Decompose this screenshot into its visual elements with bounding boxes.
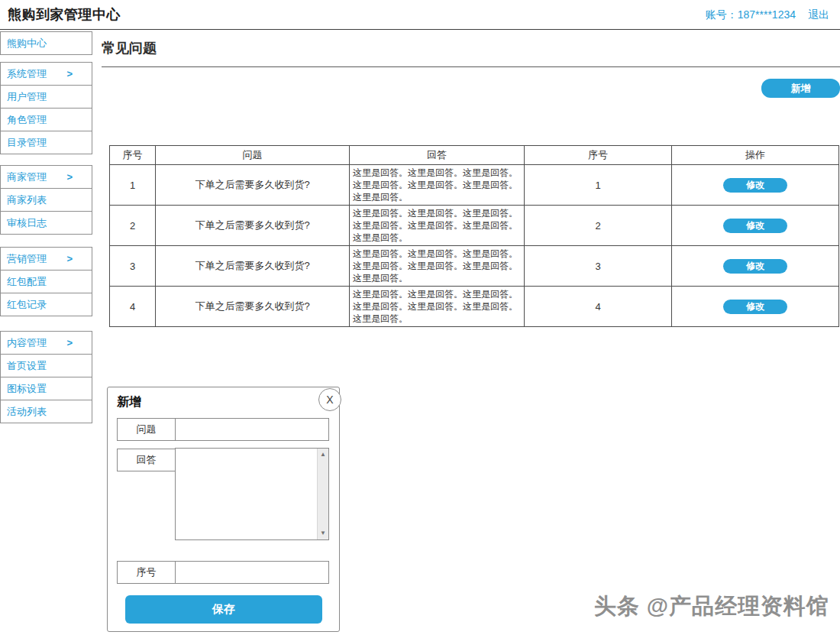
action-cell: 修改: [672, 246, 839, 287]
sidebar-item-center[interactable]: 熊购中心: [0, 31, 92, 55]
sidebar-item-merchant-mgmt[interactable]: 商家管理>: [0, 165, 92, 189]
sidebar-item-marketing-mgmt[interactable]: 营销管理>: [0, 247, 92, 271]
edit-button[interactable]: 修改: [723, 219, 787, 233]
edit-button[interactable]: 修改: [723, 259, 787, 274]
answer-cell: 这里是回答。这里是回答。这里是回答。这里是回答。这里是回答。这里是回答。这里是回…: [350, 246, 525, 287]
sidebar-item-system-mgmt[interactable]: 系统管理>: [0, 62, 92, 86]
app-title: 熊购到家管理中心: [8, 0, 121, 29]
sidebar-group-marketing: 营销管理> 红包配置 红包记录: [0, 247, 92, 316]
answer-field-label: 回答: [117, 449, 176, 471]
add-modal: 新增 X 问题 回答 ▲ ▼ 序号 保存: [107, 387, 340, 632]
sidebar-item-audit-log[interactable]: 审核日志: [0, 211, 92, 235]
chevron-right-icon: >: [66, 166, 73, 188]
sidebar-group-content: 内容管理> 首页设置 图标设置 活动列表: [0, 331, 92, 423]
sidebar-item-catalog-mgmt[interactable]: 目录管理: [0, 131, 92, 154]
question-input[interactable]: [175, 418, 329, 441]
action-cell: 修改: [672, 206, 839, 246]
order-cell: 1: [525, 165, 672, 206]
action-cell: 修改: [672, 165, 839, 206]
page-title: 常见问题: [102, 39, 157, 57]
top-header: 熊购到家管理中心 账号：187****1234退出: [0, 0, 840, 30]
close-icon: X: [326, 394, 333, 406]
watermark-text: 头条 @产品经理资料馆: [594, 591, 829, 622]
answer-cell: 这里是回答。这里是回答。这里是回答。这里是回答。这里是回答。这里是回答。这里是回…: [350, 165, 525, 206]
sidebar-item-content-mgmt[interactable]: 内容管理>: [0, 331, 92, 355]
chevron-right-icon: >: [66, 248, 73, 270]
column-header-actions: 操作: [672, 146, 839, 165]
close-button[interactable]: X: [318, 388, 341, 411]
table-row: 2 下单之后需要多久收到货? 这里是回答。这里是回答。这里是回答。这里是回答。这…: [110, 206, 839, 246]
column-header-question: 问题: [156, 146, 350, 165]
order-cell: 4: [525, 287, 672, 327]
faq-table: 序号 问题 回答 序号 操作 1 下单之后需要多久收到货? 这里是回答。这里是回…: [109, 145, 839, 327]
answer-cell: 这里是回答。这里是回答。这里是回答。这里是回答。这里是回答。这里是回答。这里是回…: [350, 287, 525, 327]
scroll-down-icon[interactable]: ▼: [318, 530, 328, 537]
question-field-label: 问题: [117, 418, 176, 441]
title-divider: [102, 66, 840, 67]
chevron-right-icon: >: [66, 332, 73, 354]
sidebar: 熊购中心 系统管理> 用户管理 角色管理 目录管理 商家管理> 商家列表 审核日…: [0, 31, 92, 423]
seq-cell: 1: [110, 165, 156, 206]
table-row: 3 下单之后需要多久收到货? 这里是回答。这里是回答。这里是回答。这里是回答。这…: [110, 246, 839, 287]
scroll-up-icon[interactable]: ▲: [318, 451, 328, 458]
textarea-scrollbar[interactable]: ▲ ▼: [317, 449, 328, 539]
question-cell: 下单之后需要多久收到货?: [156, 206, 350, 246]
order-cell: 2: [525, 206, 672, 246]
order-input[interactable]: [175, 561, 329, 584]
sidebar-group-system: 系统管理> 用户管理 角色管理 目录管理: [0, 62, 92, 154]
seq-cell: 3: [110, 246, 156, 287]
add-button[interactable]: 新增: [761, 79, 840, 98]
sidebar-item-homepage-settings[interactable]: 首页设置: [0, 354, 92, 377]
column-header-answer: 回答: [350, 146, 525, 165]
order-field-label: 序号: [117, 561, 176, 584]
action-cell: 修改: [672, 287, 839, 327]
table-header-row: 序号 问题 回答 序号 操作: [110, 146, 839, 165]
sidebar-item-activity-list[interactable]: 活动列表: [0, 400, 92, 423]
sidebar-item-icon-settings[interactable]: 图标设置: [0, 377, 92, 400]
question-cell: 下单之后需要多久收到货?: [156, 165, 350, 206]
answer-cell: 这里是回答。这里是回答。这里是回答。这里是回答。这里是回答。这里是回答。这里是回…: [350, 206, 525, 246]
sidebar-item-user-mgmt[interactable]: 用户管理: [0, 85, 92, 109]
order-cell: 3: [525, 246, 672, 287]
question-cell: 下单之后需要多久收到货?: [156, 287, 350, 327]
sidebar-item-redpacket-records[interactable]: 红包记录: [0, 293, 92, 316]
save-button[interactable]: 保存: [125, 595, 322, 624]
sidebar-group-center: 熊购中心: [0, 31, 92, 55]
answer-textarea[interactable]: ▲ ▼: [175, 448, 329, 540]
seq-cell: 4: [110, 287, 156, 327]
seq-cell: 2: [110, 206, 156, 246]
account-label: 账号：187****1234: [706, 8, 796, 21]
table-row: 1 下单之后需要多久收到货? 这里是回答。这里是回答。这里是回答。这里是回答。这…: [110, 165, 839, 206]
column-header-order: 序号: [525, 146, 672, 165]
logout-link[interactable]: 退出: [808, 8, 829, 21]
edit-button[interactable]: 修改: [723, 178, 787, 193]
column-header-seq: 序号: [110, 146, 156, 165]
header-account-area: 账号：187****1234退出: [706, 0, 829, 29]
edit-button[interactable]: 修改: [723, 300, 787, 314]
chevron-right-icon: >: [66, 63, 73, 85]
sidebar-item-merchant-list[interactable]: 商家列表: [0, 188, 92, 212]
modal-title: 新增: [117, 394, 141, 410]
table-row: 4 下单之后需要多久收到货? 这里是回答。这里是回答。这里是回答。这里是回答。这…: [110, 287, 839, 327]
sidebar-group-merchant: 商家管理> 商家列表 审核日志: [0, 165, 92, 235]
sidebar-item-role-mgmt[interactable]: 角色管理: [0, 108, 92, 131]
question-cell: 下单之后需要多久收到货?: [156, 246, 350, 287]
sidebar-item-redpacket-config[interactable]: 红包配置: [0, 270, 92, 293]
